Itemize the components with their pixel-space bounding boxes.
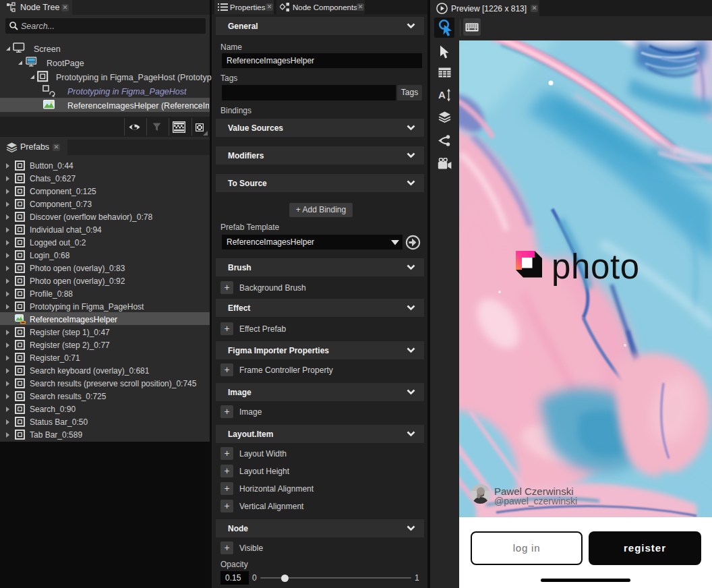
svg-text:A: A [438, 89, 446, 100]
